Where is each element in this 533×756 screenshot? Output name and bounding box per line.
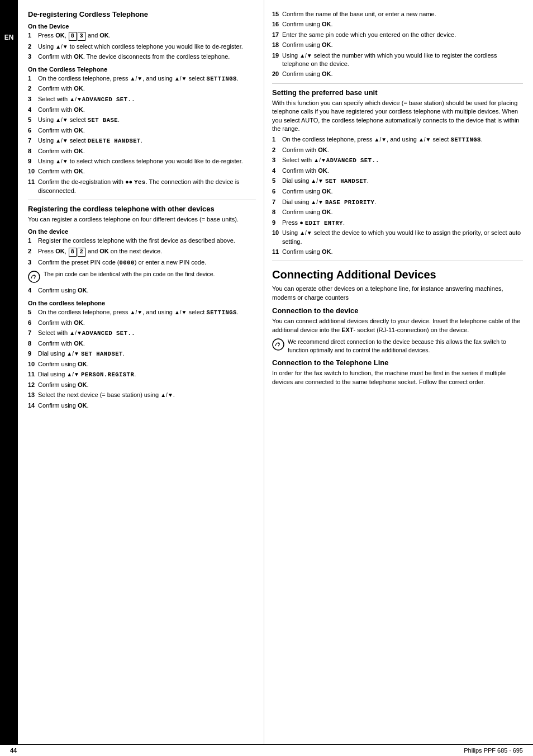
- note2-icon: [272, 338, 284, 351]
- step-text: Using ▲/▼ select SET BASE.: [38, 116, 256, 125]
- note2-box: We recommend direct connection to the de…: [272, 338, 523, 354]
- list-item: 10 Using ▲/▼ select the device to which …: [272, 229, 523, 246]
- step-text: Confirm using OK.: [38, 401, 256, 410]
- step-num: 9: [28, 157, 38, 166]
- step-num: 9: [28, 349, 38, 358]
- step-text: Select the next device (= base station) …: [38, 391, 256, 399]
- list-item: 3 Confirm the preset PIN code (0000) or …: [28, 258, 256, 267]
- step-num: 3: [28, 95, 38, 104]
- step-num: 13: [28, 391, 38, 399]
- connecting-intro: You can operate other devices on a telep…: [272, 285, 523, 302]
- list-item: 15 Confirm the name of the base unit, or…: [272, 10, 523, 18]
- list-item: 3 Select with ▲/▼ADVANCED SET..: [272, 156, 523, 165]
- list-item: 7 Select with ▲/▼ADVANCED SET..: [28, 329, 256, 338]
- footer: 44 Philips PPF 685 · 695: [0, 744, 533, 756]
- page: EN De-registering Cordless Telephone On …: [0, 0, 533, 756]
- left-column: De-registering Cordless Telephone On the…: [18, 0, 264, 744]
- main-title: De-registering Cordless Telephone: [28, 10, 256, 18]
- step-text: On the cordless telephone, press ▲/▼, an…: [282, 135, 523, 144]
- list-item: 6 Confirm using OK.: [272, 187, 523, 196]
- step-num: 6: [28, 319, 38, 327]
- list-item: 18 Confirm using OK.: [272, 41, 523, 49]
- list-item: 9 Press ● EDIT ENTRY.: [272, 219, 523, 228]
- step-text: Confirm with OK.: [282, 167, 523, 175]
- step-text: Dial using ▲/▼ SET HANDSET.: [282, 177, 523, 186]
- step-text: Dial using ▲/▼ SET HANDSET.: [38, 349, 256, 358]
- step-num: 11: [272, 248, 282, 256]
- list-item: 3 Confirm with OK. The device disconnect…: [28, 53, 256, 61]
- on-device-title: On the Device: [28, 23, 256, 30]
- list-item: 10 Confirm with OK.: [28, 167, 256, 176]
- setting-title: Setting the preferred base unit: [272, 88, 523, 97]
- step-num: 1: [28, 31, 38, 41]
- step-text: Confirm the de-registration with ●● Yes.…: [38, 178, 256, 195]
- step-num: 18: [272, 41, 282, 49]
- list-item: 8 Confirm with OK.: [28, 147, 256, 155]
- on-device2-list: 1 Register the cordless telephone with t…: [28, 237, 256, 267]
- registering-intro: You can register a cordless telephone on…: [28, 215, 256, 224]
- list-item: 9 Using ▲/▼ to select which cordless tel…: [28, 157, 256, 166]
- list-item: 11 Dial using ▲/▼ PERSON.REGISTR.: [28, 370, 256, 379]
- step-num: 16: [272, 20, 282, 29]
- step-num: 10: [272, 229, 282, 246]
- step-num: 15: [272, 10, 282, 18]
- list-item: 6 Confirm with OK.: [28, 319, 256, 327]
- list-item: 1 On the cordless telephone, press ▲/▼, …: [272, 135, 523, 144]
- step-num: 5: [28, 308, 38, 317]
- connecting-title: Connecting Additional Devices: [272, 268, 523, 281]
- step-num: 1: [28, 74, 38, 83]
- step-text: Confirm with OK.: [282, 146, 523, 154]
- step-num: 10: [28, 360, 38, 368]
- step-num: 3: [28, 258, 38, 267]
- step-text: Using ▲/▼ to select which cordless telep…: [38, 157, 256, 166]
- step-num: 1: [272, 135, 282, 144]
- step-num: 8: [272, 208, 282, 216]
- step-num: 2: [28, 42, 38, 51]
- step-num: 7: [28, 136, 38, 145]
- step-num: 11: [28, 370, 38, 379]
- step-text: Dial using ▲/▼ PERSON.REGISTR.: [38, 370, 256, 379]
- list-item: 8 Confirm using OK.: [272, 208, 523, 216]
- step-num: 2: [28, 84, 38, 93]
- step-num: 17: [272, 31, 282, 39]
- setting-steps-list: 1 On the cordless telephone, press ▲/▼, …: [272, 135, 523, 256]
- step-text: Confirm using OK.: [282, 70, 523, 78]
- step-text: On the cordless telephone, press ▲/▼, an…: [38, 74, 256, 83]
- svg-point-2: [273, 339, 284, 350]
- list-item: 19 Using ▲/▼ select the number with whic…: [272, 51, 523, 69]
- step-num: 20: [272, 70, 282, 78]
- list-item: 4 Confirm with OK.: [272, 167, 523, 175]
- list-item: 14 Confirm using OK.: [28, 401, 256, 410]
- step-num: 19: [272, 51, 282, 69]
- list-item: 13 Select the next device (= base statio…: [28, 391, 256, 399]
- step-text: Using ▲/▼ select the device to which you…: [282, 229, 523, 246]
- connection-line-text: In order for the fax switch to function,…: [272, 369, 523, 386]
- step-text: Confirm the name of the base unit, or en…: [282, 10, 523, 18]
- main-content: De-registering Cordless Telephone On the…: [18, 0, 533, 744]
- step-text: Select with ▲/▼ADVANCED SET..: [282, 156, 523, 165]
- note1-text: The pin code can be identical with the p…: [44, 270, 256, 278]
- connection-line-title: Connection to the Telephone Line: [272, 358, 523, 367]
- step-text: Confirm with OK.: [38, 319, 256, 327]
- step-text: Select with ▲/▼ADVANCED SET..: [38, 329, 256, 338]
- step-num: 2: [28, 247, 38, 257]
- right-column: 15 Confirm the name of the base unit, or…: [264, 0, 533, 744]
- step-text: Confirm using OK.: [282, 41, 523, 49]
- step-text: Confirm using OK.: [38, 360, 256, 368]
- step-num: 1: [28, 237, 38, 245]
- setting-intro: With this function you can specify which…: [272, 99, 523, 134]
- language-label: EN: [4, 34, 14, 41]
- step-text: Enter the same pin code which you entere…: [282, 31, 523, 39]
- step-text: Confirm with OK.: [38, 84, 256, 93]
- note1-box: The pin code can be identical with the p…: [28, 270, 256, 283]
- on-device2-cont-list: 4 Confirm using OK.: [28, 286, 256, 295]
- svg-point-1: [34, 275, 35, 276]
- step-num: 8: [28, 147, 38, 155]
- list-item: 9 Dial using ▲/▼ SET HANDSET.: [28, 349, 256, 358]
- step-text: Confirm using OK.: [282, 20, 523, 29]
- list-item: 1 Press OK, 83 and OK.: [28, 31, 256, 41]
- note-icon: [28, 271, 40, 283]
- step-num: 9: [272, 219, 282, 228]
- left-sidebar: EN: [0, 0, 18, 744]
- registering-title: Registering the cordless telephone with …: [28, 205, 256, 213]
